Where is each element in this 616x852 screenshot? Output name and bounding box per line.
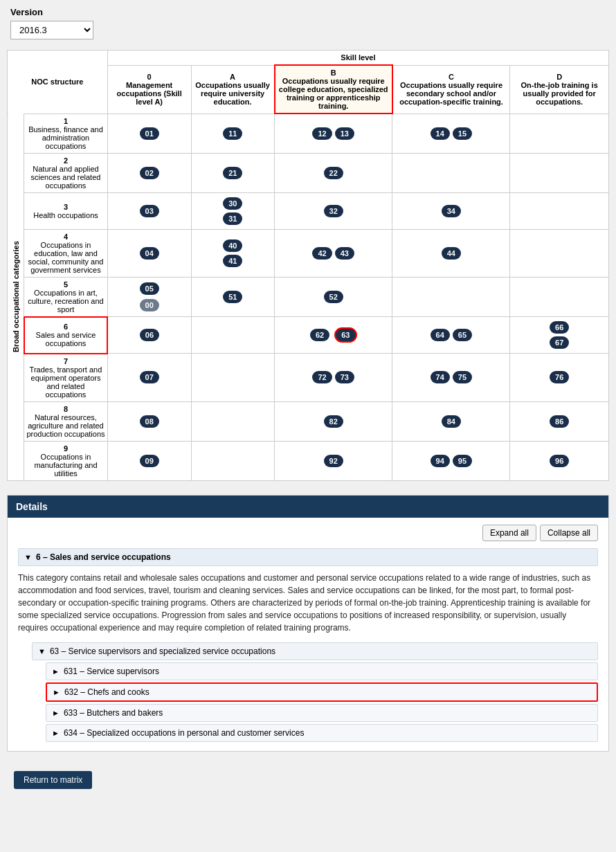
badge-12[interactable]: 12 xyxy=(312,127,332,140)
matrix-table: NOC structure Skill level 0 Management o… xyxy=(7,50,609,481)
badge-64[interactable]: 64 xyxy=(431,329,450,341)
badge-30[interactable]: 30 xyxy=(223,197,242,210)
badge-22[interactable]: 22 xyxy=(324,167,343,179)
badge-40[interactable]: 40 xyxy=(223,239,242,252)
tree-root-children: ▼ 63 – Service supervisors and specializ… xyxy=(32,642,598,742)
badge-67[interactable]: 67 xyxy=(550,336,569,349)
cell-1-0: 01 xyxy=(107,114,191,153)
tree-item-63-arrow: ▼ xyxy=(38,647,46,655)
row-label-5: 5 Occupations in art, culture, recreatio… xyxy=(24,277,108,317)
cell-9-0: 09 xyxy=(107,441,191,480)
badge-06[interactable]: 06 xyxy=(140,329,159,341)
cell-8-0: 08 xyxy=(107,401,191,441)
tree-item-633-header[interactable]: ► 633 – Butchers and bakers xyxy=(46,704,598,722)
badge-03[interactable]: 03 xyxy=(140,205,159,217)
badge-62[interactable]: 62 xyxy=(310,329,329,341)
badge-01[interactable]: 01 xyxy=(140,127,159,140)
badge-76[interactable]: 76 xyxy=(550,371,569,383)
badge-72[interactable]: 72 xyxy=(312,371,332,383)
tree-item-634-arrow: ► xyxy=(52,729,60,737)
badge-74[interactable]: 74 xyxy=(431,371,450,383)
badge-66[interactable]: 66 xyxy=(550,321,569,334)
col-header-d: D On-the-job training is usually provide… xyxy=(510,65,609,114)
badge-82[interactable]: 82 xyxy=(324,415,343,428)
tree-item-63-header[interactable]: ▼ 63 – Service supervisors and specializ… xyxy=(32,642,598,660)
broad-occupational-categories-label: Broad occupational categories xyxy=(8,114,24,480)
badge-94[interactable]: 94 xyxy=(431,455,450,467)
cell-2-0: 02 xyxy=(107,153,191,192)
col-d-num: D xyxy=(512,73,606,81)
badge-11[interactable]: 11 xyxy=(223,127,242,140)
col-header-c: C Occupations usually require secondary … xyxy=(392,65,510,114)
tree-item-632: ► 632 – Chefs and cooks xyxy=(46,682,598,702)
badge-15[interactable]: 15 xyxy=(453,127,472,140)
tree-item-633-label: 633 – Butchers and bakers xyxy=(64,708,163,718)
badge-21[interactable]: 21 xyxy=(223,167,242,179)
badge-86[interactable]: 86 xyxy=(550,415,569,428)
table-row: Broad occupational categories 1 Business… xyxy=(8,114,609,153)
expand-collapse-row: Expand all Collapse all xyxy=(18,525,598,541)
cell-8-d: 86 xyxy=(510,401,609,441)
tree-item-63-label: 63 – Service supervisors and specialized… xyxy=(50,646,275,656)
tree-item-631-header[interactable]: ► 631 – Service supervisors xyxy=(46,662,598,680)
tree-item-634-header[interactable]: ► 634 – Specialized occupations in perso… xyxy=(46,724,598,742)
tree-item-632-header[interactable]: ► 632 – Chefs and cooks xyxy=(46,682,598,702)
cell-4-b: 4243 xyxy=(275,229,392,277)
badge-75[interactable]: 75 xyxy=(453,371,472,383)
badge-31[interactable]: 31 xyxy=(223,212,242,225)
return-to-matrix-button[interactable]: Return to matrix xyxy=(14,771,92,789)
details-body: Expand all Collapse all ▼ 6 – Sales and … xyxy=(8,518,608,751)
badge-51[interactable]: 51 xyxy=(223,291,242,303)
expand-all-button[interactable]: Expand all xyxy=(482,525,536,541)
cell-7-b: 7273 xyxy=(275,354,392,402)
badge-32[interactable]: 32 xyxy=(324,205,343,217)
badge-73[interactable]: 73 xyxy=(335,371,354,383)
badge-65[interactable]: 65 xyxy=(453,329,472,341)
collapse-all-button[interactable]: Collapse all xyxy=(540,525,598,541)
badge-09[interactable]: 09 xyxy=(140,455,159,467)
badge-14[interactable]: 14 xyxy=(431,127,450,140)
main-container: NOC structure Skill level 0 Management o… xyxy=(0,46,616,488)
badge-92[interactable]: 92 xyxy=(324,455,343,467)
badge-07[interactable]: 07 xyxy=(140,371,159,383)
badge-08[interactable]: 08 xyxy=(140,415,159,428)
version-section: Version 2016.3 2011.1 2006.1 xyxy=(0,0,616,46)
tree-item-631-arrow: ► xyxy=(52,667,60,676)
cell-2-b: 22 xyxy=(275,153,392,192)
badge-41[interactable]: 41 xyxy=(223,255,242,267)
badge-95[interactable]: 95 xyxy=(453,455,472,467)
badge-42[interactable]: 42 xyxy=(312,247,332,260)
tree-item-63-children: ► 631 – Service supervisors ► 632 – Chef… xyxy=(46,662,598,742)
badge-00[interactable]: 00 xyxy=(140,299,159,311)
version-label: Version xyxy=(10,7,606,17)
badge-05[interactable]: 05 xyxy=(140,282,159,295)
badge-34[interactable]: 34 xyxy=(442,205,461,217)
return-btn-container: Return to matrix xyxy=(0,759,616,801)
badge-84[interactable]: 84 xyxy=(442,415,461,428)
skill-level-text: Skill level xyxy=(341,53,375,62)
row-label-1: 1 Business, finance and administration o… xyxy=(24,114,108,153)
table-row: 5 Occupations in art, culture, recreatio… xyxy=(8,277,609,317)
badge-13[interactable]: 13 xyxy=(335,127,354,140)
table-row: 7 Trades, transport and equipment operat… xyxy=(8,354,609,402)
badge-52[interactable]: 52 xyxy=(324,291,343,303)
version-select[interactable]: 2016.3 2011.1 2006.1 xyxy=(10,21,93,39)
badge-44[interactable]: 44 xyxy=(442,247,461,260)
tree-root-description: This category contains retail and wholes… xyxy=(18,572,598,634)
row-label-7: 7 Trades, transport and equipment operat… xyxy=(24,354,108,402)
table-row: 4 Occupations in education, law and soci… xyxy=(8,229,609,277)
badge-04[interactable]: 04 xyxy=(140,247,159,260)
badge-43[interactable]: 43 xyxy=(335,247,354,260)
badge-63[interactable]: 63 xyxy=(334,327,356,343)
row-label-6: 6 Sales and service occupations xyxy=(24,317,108,354)
cell-5-d xyxy=(510,277,609,317)
noc-structure-label: NOC structure xyxy=(8,51,108,114)
tree-root: ▼ 6 – Sales and service occupations This… xyxy=(18,548,598,742)
badge-02[interactable]: 02 xyxy=(140,167,159,179)
cell-7-a xyxy=(191,354,275,402)
cell-5-c xyxy=(392,277,510,317)
col-d-sub: On-the-job training is usually provided … xyxy=(512,81,606,106)
badge-96[interactable]: 96 xyxy=(550,455,569,467)
tree-root-header[interactable]: ▼ 6 – Sales and service occupations xyxy=(18,548,598,566)
cell-1-c: 1415 xyxy=(392,114,510,153)
